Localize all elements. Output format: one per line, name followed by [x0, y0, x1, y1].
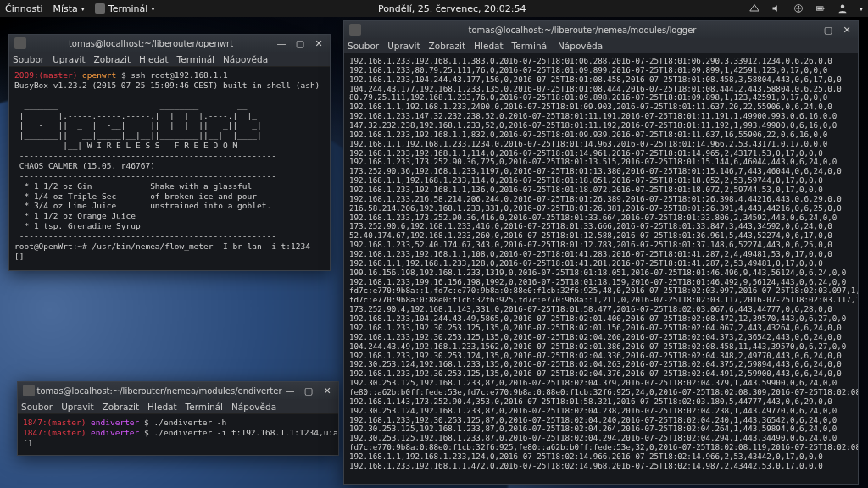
- close-button[interactable]: ✕: [313, 38, 325, 49]
- window-title: tomas@localhost:~/liberouter/openwrt: [26, 39, 275, 48]
- menu-search[interactable]: Hledat: [147, 402, 177, 412]
- terminal-output: []: [23, 438, 32, 447]
- app-menu[interactable]: Terminál ▾: [95, 3, 155, 14]
- chevron-down-icon: ▾: [860, 5, 863, 13]
- menu-help[interactable]: Nápověda: [558, 41, 603, 51]
- close-button[interactable]: ✕: [321, 385, 333, 396]
- terminal-content[interactable]: 192.168.1.233,192.168.1.1,383,0,2016-07-…: [344, 53, 858, 484]
- prompt-cmd: $ ./endiverter -h: [144, 418, 226, 427]
- maximize-button[interactable]: ▢: [303, 385, 314, 396]
- minimize-button[interactable]: —: [804, 25, 815, 36]
- menu-file[interactable]: Soubor: [21, 402, 53, 412]
- terminal-output: BusyBox v1.23.2 (2015-07-25 15:09:46 CES…: [14, 80, 320, 261]
- volume-icon[interactable]: [771, 3, 782, 14]
- prompt-status: 1847:(master): [23, 418, 86, 427]
- network-icon[interactable]: [749, 3, 760, 14]
- clock[interactable]: Pondělí, 25. červenec, 20:02:54: [154, 3, 749, 14]
- menu-edit[interactable]: Upravit: [387, 41, 420, 51]
- user-menu[interactable]: [837, 3, 848, 14]
- battery-icon[interactable]: [815, 3, 826, 14]
- log-output: 192.168.1.233,192.168.1.1,383,0,2016-07-…: [349, 56, 858, 470]
- a11y-icon[interactable]: [793, 3, 804, 14]
- svg-point-1: [798, 6, 799, 8]
- menu-help[interactable]: Nápověda: [231, 402, 276, 412]
- terminal-icon: [349, 24, 361, 36]
- app-menu-label: Terminál: [108, 3, 148, 14]
- terminal-content[interactable]: 1847:(master) endiverter $ ./endiverter …: [18, 414, 338, 455]
- terminal-icon: [23, 385, 35, 396]
- top-panel: Činnosti Místa ▾ Terminál ▾ Pondělí, 25.…: [0, 0, 868, 17]
- titlebar[interactable]: tomas@localhost:~/liberouter/nemea/modul…: [344, 21, 858, 38]
- menu-search[interactable]: Hledat: [139, 54, 169, 64]
- terminal-window-logger: tomas@localhost:~/liberouter/nemea/modul…: [343, 20, 859, 485]
- menu-file[interactable]: Soubor: [348, 41, 379, 51]
- minimize-button[interactable]: —: [284, 385, 296, 396]
- minimize-button[interactable]: —: [275, 38, 287, 49]
- prompt-dir: endiverter: [91, 418, 139, 427]
- terminal-window-openwrt: tomas@localhost:~/liberouter/openwrt — ▢…: [8, 34, 331, 271]
- titlebar[interactable]: tomas@localhost:~/liberouter/openwrt — ▢…: [9, 35, 330, 52]
- menubar: Soubor Upravit Zobrazit Hledat Terminál …: [18, 399, 338, 414]
- svg-point-5: [841, 5, 845, 9]
- prompt-status: 2009:(master): [14, 70, 77, 80]
- menu-view[interactable]: Zobrazit: [94, 54, 131, 64]
- menu-terminal[interactable]: Terminál: [186, 402, 223, 412]
- close-button[interactable]: ✕: [841, 25, 853, 36]
- menubar: Soubor Upravit Zobrazit Hledat Terminál …: [344, 38, 858, 53]
- prompt-cmd: $ ./endiverter -i t:192.168.1.1:1234,u:a…: [144, 428, 338, 437]
- maximize-button[interactable]: ▢: [294, 38, 306, 49]
- terminal-window-endiverter: tomas@localhost:~/liberouter/nemea/modul…: [17, 381, 339, 456]
- menu-help[interactable]: Nápověda: [223, 54, 268, 64]
- prompt-dir: openwrt: [82, 70, 116, 80]
- activities-button[interactable]: Činnosti: [5, 3, 43, 14]
- menu-terminal[interactable]: Terminál: [512, 41, 549, 51]
- window-title: tomas@localhost:~/liberouter/nemea/modul…: [35, 386, 284, 396]
- menu-terminal[interactable]: Terminál: [177, 54, 214, 64]
- menu-view[interactable]: Zobrazit: [103, 402, 140, 412]
- maximize-button[interactable]: ▢: [822, 25, 834, 36]
- prompt-status: 1847:(master): [23, 428, 86, 437]
- terminal-content[interactable]: 2009:(master) openwrt $ ssh root@192.168…: [9, 67, 330, 270]
- svg-rect-4: [817, 8, 822, 10]
- terminal-icon: [14, 37, 26, 49]
- menu-edit[interactable]: Upravit: [53, 54, 85, 64]
- prompt-dir: endiverter: [91, 428, 139, 437]
- terminal-icon: [95, 3, 105, 14]
- svg-rect-3: [823, 8, 825, 9]
- menu-search[interactable]: Hledat: [474, 41, 504, 51]
- places-menu[interactable]: Místa ▾: [53, 3, 85, 14]
- menu-view[interactable]: Zobrazit: [429, 41, 466, 51]
- places-label: Místa: [53, 3, 78, 14]
- window-title: tomas@localhost:~/liberouter/nemea/modul…: [361, 25, 804, 35]
- chevron-down-icon: ▾: [81, 5, 85, 13]
- menubar: Soubor Upravit Zobrazit Hledat Terminál …: [9, 52, 330, 67]
- titlebar[interactable]: tomas@localhost:~/liberouter/nemea/modul…: [18, 382, 338, 399]
- prompt-cmd: $ ssh root@192.168.1.1: [121, 70, 228, 80]
- menu-edit[interactable]: Upravit: [61, 402, 93, 412]
- menu-file[interactable]: Soubor: [13, 54, 44, 64]
